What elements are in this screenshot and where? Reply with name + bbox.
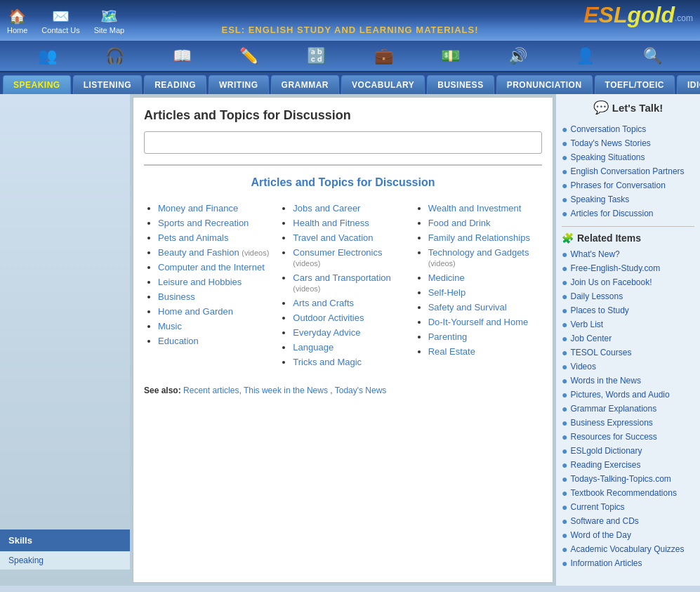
pronunciation-nav-icon[interactable]: 🔊 bbox=[508, 47, 527, 65]
sidebar-link-conversation-topics[interactable]: ●Conversation Topics bbox=[562, 122, 694, 136]
link-label: Reading Exercises bbox=[570, 460, 640, 470]
sidebar-link-daily-lessons[interactable]: ●Daily Lessons bbox=[562, 289, 694, 303]
tab-reading[interactable]: READING bbox=[144, 75, 206, 94]
tab-listening[interactable]: LISTENING bbox=[73, 75, 143, 94]
toefl-nav-icon[interactable]: 👤 bbox=[576, 47, 595, 65]
tab-speaking[interactable]: SPEAKING bbox=[3, 75, 71, 94]
topic-link[interactable]: Sports and Recreation bbox=[158, 218, 249, 228]
topic-link[interactable]: Computer and the Internet bbox=[158, 262, 265, 272]
topic-link[interactable]: Consumer Electronics bbox=[293, 247, 382, 258]
sidebar-link-articles-discussion[interactable]: ●Articles for Discussion bbox=[562, 206, 694, 221]
bullet-icon: ● bbox=[562, 208, 567, 219]
sidebar-link-tesol[interactable]: ●TESOL Courses bbox=[562, 346, 694, 360]
sidebar-link-facebook[interactable]: ●Join Us on Facebook! bbox=[562, 275, 694, 289]
topic-link[interactable]: Self-Help bbox=[428, 287, 465, 298]
grammar-nav-icon[interactable]: 🔡 bbox=[307, 47, 326, 65]
topic-link[interactable]: Everyday Advice bbox=[293, 327, 360, 338]
recent-articles-link[interactable]: Recent articles bbox=[183, 386, 239, 395]
sidebar-link-videos[interactable]: ●Videos bbox=[562, 360, 694, 374]
topic-link[interactable]: Beauty and Fashion bbox=[158, 247, 239, 258]
sidebar-link-textbook[interactable]: ●Textbook Recommendations bbox=[562, 486, 694, 500]
tab-idioms[interactable]: IDIOMS bbox=[677, 75, 700, 94]
bullet-icon: ● bbox=[562, 291, 567, 302]
chat-icon: 💬 bbox=[593, 100, 609, 115]
topic-link[interactable]: Music bbox=[158, 321, 182, 331]
tab-grammar[interactable]: GRAMMAR bbox=[271, 75, 340, 94]
sidebar-link-reading-exercises[interactable]: ●Reading Exercises bbox=[562, 458, 694, 472]
sidebar-link-talking-topics[interactable]: ●Todays-Talking-Topics.com bbox=[562, 472, 694, 486]
tab-writing[interactable]: WRITING bbox=[209, 75, 269, 94]
sidebar-link-info-articles[interactable]: ●Information Articles bbox=[562, 556, 694, 570]
topic-link[interactable]: Travel and Vacation bbox=[293, 232, 373, 243]
topic-link[interactable]: Do-It-Yourself and Home bbox=[428, 317, 529, 327]
reading-nav-icon[interactable]: 📖 bbox=[173, 47, 192, 65]
topic-link[interactable]: Education bbox=[158, 336, 199, 346]
writing-nav-icon[interactable]: ✏️ bbox=[239, 47, 258, 65]
topic-link[interactable]: Jobs and Career bbox=[293, 203, 360, 213]
video-link[interactable]: (videos) bbox=[242, 249, 269, 257]
topic-link[interactable]: Money and Finance bbox=[158, 203, 238, 213]
sidebar-link-software[interactable]: ●Software and CDs bbox=[562, 514, 694, 528]
topic-link[interactable]: Medicine bbox=[428, 272, 465, 283]
sidebar-link-words-news[interactable]: ●Words in the News bbox=[562, 374, 694, 388]
page-title: Articles and Topics for Discussion bbox=[144, 108, 542, 123]
video-link[interactable]: (videos) bbox=[293, 259, 320, 268]
topic-link[interactable]: Health and Fitness bbox=[293, 218, 369, 228]
search-nav-icon[interactable]: 🔍 bbox=[643, 47, 662, 65]
business-nav-icon[interactable]: 💵 bbox=[441, 47, 460, 65]
topic-link[interactable]: Food and Drink bbox=[428, 218, 491, 228]
sidebar-link-phrases[interactable]: ●Phrases for Conversation bbox=[562, 178, 694, 192]
sidebar-item-speaking[interactable]: Speaking bbox=[0, 551, 130, 570]
topic-link[interactable]: Technology and Gadgets bbox=[428, 247, 529, 258]
topic-link[interactable]: Business bbox=[158, 291, 195, 302]
video-link[interactable]: (videos) bbox=[428, 259, 456, 268]
logo-com: .com bbox=[675, 13, 693, 23]
tab-toefl[interactable]: TOEFL/TOEIC bbox=[595, 75, 675, 94]
tab-business[interactable]: BUSINESS bbox=[427, 75, 494, 94]
bullet-icon: ● bbox=[562, 445, 567, 456]
sidebar-link-free-english[interactable]: ●Free-English-Study.com bbox=[562, 261, 694, 275]
sidebar-link-resources[interactable]: ●Resources for Success bbox=[562, 430, 694, 444]
sidebar-link-todays-news[interactable]: ●Today's News Stories bbox=[562, 136, 694, 150]
vocab-nav-icon[interactable]: 💼 bbox=[374, 47, 393, 65]
list-item: Safety and Survival bbox=[428, 302, 542, 313]
sidebar-link-places-study[interactable]: ●Places to Study bbox=[562, 303, 694, 317]
video-link[interactable]: (videos) bbox=[293, 284, 320, 293]
topic-link[interactable]: Tricks and Magic bbox=[293, 357, 362, 367]
search-input[interactable] bbox=[144, 131, 542, 154]
topic-link[interactable]: Real Estate bbox=[428, 346, 475, 357]
topic-link[interactable]: Home and Garden bbox=[158, 306, 233, 317]
tab-vocabulary[interactable]: VOCABULARY bbox=[341, 75, 425, 94]
topic-link[interactable]: Leisure and Hobbies bbox=[158, 277, 242, 287]
sidebar-link-whats-new[interactable]: ●What's New? bbox=[562, 247, 694, 261]
sidebar-link-speaking-tasks[interactable]: ●Speaking Tasks bbox=[562, 192, 694, 206]
topic-link[interactable]: Family and Relationships bbox=[428, 232, 530, 243]
sidebar-link-word-of-day[interactable]: ●Word of the Day bbox=[562, 528, 694, 542]
speaking-nav-icon[interactable]: 👥 bbox=[38, 47, 57, 65]
sidebar-link-vocab-quizzes[interactable]: ●Academic Vocabulary Quizzes bbox=[562, 542, 694, 556]
topic-link[interactable]: Pets and Animals bbox=[158, 232, 228, 243]
topic-link[interactable]: Arts and Crafts bbox=[293, 298, 354, 308]
sidebar-link-job-center[interactable]: ●Job Center bbox=[562, 331, 694, 346]
list-item: Medicine bbox=[428, 272, 542, 283]
topic-link[interactable]: Outdoor Activities bbox=[293, 313, 364, 323]
sidebar-link-pictures-audio[interactable]: ●Pictures, Words and Audio bbox=[562, 388, 694, 402]
sidebar-link-speaking-situations[interactable]: ●Speaking Situations bbox=[562, 150, 694, 164]
topic-link[interactable]: Safety and Survival bbox=[428, 302, 507, 313]
topic-link[interactable]: Language bbox=[293, 342, 334, 353]
tab-bar: SPEAKING LISTENING READING WRITING GRAMM… bbox=[0, 72, 700, 94]
listening-nav-icon[interactable]: 🎧 bbox=[105, 47, 124, 65]
topic-link[interactable]: Parenting bbox=[428, 331, 468, 342]
sidebar-link-ecp[interactable]: ●English Conversation Partners bbox=[562, 164, 694, 178]
topic-link[interactable]: Wealth and Investment bbox=[428, 203, 522, 213]
sidebar-link-grammar[interactable]: ●Grammar Explanations bbox=[562, 402, 694, 416]
topic-link[interactable]: Cars and Transportation bbox=[293, 272, 390, 283]
sidebar-link-current-topics[interactable]: ●Current Topics bbox=[562, 500, 694, 514]
todays-news-link[interactable]: Today's News bbox=[335, 386, 387, 395]
tab-pronunciation[interactable]: PRONUNCIATION bbox=[496, 75, 593, 94]
sidebar-link-eslgold-dict[interactable]: ●ESLgold Dictionary bbox=[562, 444, 694, 458]
sidebar-link-business-expr[interactable]: ●Business Expressions bbox=[562, 416, 694, 430]
list-item: Music bbox=[158, 321, 272, 331]
sidebar-link-verb-list[interactable]: ●Verb List bbox=[562, 317, 694, 331]
week-news-link[interactable]: This week in the News bbox=[244, 386, 330, 395]
